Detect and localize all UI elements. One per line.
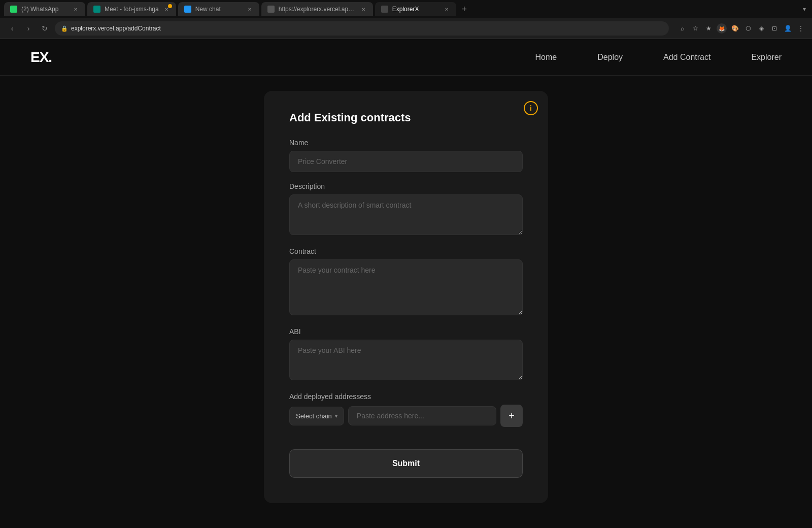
browser-chrome: (2) WhatsApp ✕ Meet - fob-jxms-hga ✕ New… (0, 0, 812, 39)
address-url: explorerx.vercel.app/addContract (71, 25, 663, 32)
extension-icon-1[interactable]: 🦊 (717, 23, 727, 34)
contract-group: Contract (289, 247, 523, 317)
forward-button[interactable]: › (22, 22, 35, 35)
tab-favicon-newchat (184, 6, 191, 13)
tab-favicon-whatsapp (10, 6, 17, 13)
reload-button[interactable]: ↻ (39, 22, 51, 35)
extension-icon-5[interactable]: ⊡ (769, 23, 780, 34)
abi-label: ABI (289, 327, 523, 336)
tab-explorerx-url[interactable]: https://explorerx.vercel.app/ad... ✕ (261, 2, 373, 16)
tab-title-newchat: New chat (195, 6, 242, 13)
extension-icon-3[interactable]: ⬡ (743, 23, 753, 34)
info-icon[interactable]: i (524, 101, 538, 115)
bookmark-icon[interactable]: ☆ (690, 23, 700, 34)
form-title: Add Existing contracts (289, 111, 523, 124)
address-group: Add deployed addressess Select chain ▾ + (289, 392, 523, 427)
tab-meet[interactable]: Meet - fob-jxms-hga ✕ (87, 2, 176, 16)
profile-icon[interactable]: 👤 (783, 23, 793, 34)
address-row: Select chain ▾ + (289, 405, 523, 427)
abi-group: ABI (289, 327, 523, 382)
form-card: i Add Existing contracts Name Descriptio… (264, 91, 548, 503)
tab-newchat[interactable]: New chat ✕ (178, 2, 259, 16)
tab-list-chevron[interactable]: ▾ (801, 4, 808, 15)
name-label: Name (289, 139, 523, 147)
new-tab-button[interactable]: + (458, 3, 470, 15)
contract-input[interactable] (289, 259, 523, 315)
navbar: EX. Home Deploy Add Contract Explorer (0, 39, 812, 76)
contract-label: Contract (289, 247, 523, 255)
tab-whatsapp[interactable]: (2) WhatsApp ✕ (4, 2, 85, 16)
tab-close-newchat[interactable]: ✕ (246, 6, 253, 13)
add-address-button[interactable]: + (500, 405, 523, 427)
back-button[interactable]: ‹ (6, 22, 18, 35)
description-input[interactable] (289, 194, 523, 235)
name-group: Name (289, 139, 523, 172)
description-label: Description (289, 182, 523, 190)
logo: EX. (30, 49, 52, 65)
tab-explorerx[interactable]: ExplorerX ✕ (375, 2, 456, 16)
submit-button[interactable]: Submit (289, 449, 523, 478)
toolbar-icons: ⌕ ☆ ★ 🦊 🎨 ⬡ ◈ ⊡ 👤 ⋮ (677, 23, 806, 34)
tab-close-explorerx-url[interactable]: ✕ (360, 6, 367, 13)
abi-input[interactable] (289, 340, 523, 380)
address-input[interactable] (348, 406, 496, 425)
nav-add-contract[interactable]: Add Contract (663, 53, 710, 62)
tab-title-explorerx-url: https://explorerx.vercel.app/ad... (279, 6, 356, 13)
nav-home[interactable]: Home (535, 53, 557, 62)
extension-icon-2[interactable]: 🎨 (730, 23, 740, 34)
address-label: Add deployed addressess (289, 392, 523, 401)
tab-close-whatsapp[interactable]: ✕ (72, 6, 79, 13)
search-icon[interactable]: ⌕ (677, 23, 687, 34)
chevron-down-icon: ▾ (335, 413, 337, 419)
tab-close-explorerx[interactable]: ✕ (443, 6, 450, 13)
extension-icon-4[interactable]: ◈ (756, 23, 766, 34)
page-content: EX. Home Deploy Add Contract Explorer i … (0, 39, 812, 528)
nav-explorer[interactable]: Explorer (751, 53, 782, 62)
menu-icon[interactable]: ⋮ (796, 23, 806, 34)
tab-favicon-meet (93, 6, 100, 13)
tab-notification-dot (168, 4, 172, 8)
star-icon[interactable]: ★ (703, 23, 714, 34)
tab-favicon-explorerx-url (267, 6, 275, 13)
name-input[interactable] (289, 151, 523, 172)
description-group: Description (289, 182, 523, 237)
tab-favicon-explorerx (381, 6, 388, 13)
tab-bar: (2) WhatsApp ✕ Meet - fob-jxms-hga ✕ New… (0, 0, 812, 18)
tab-title-meet: Meet - fob-jxms-hga (105, 6, 159, 13)
tab-title-whatsapp: (2) WhatsApp (21, 6, 68, 13)
lock-icon: 🔒 (61, 25, 68, 32)
main-container: i Add Existing contracts Name Descriptio… (0, 76, 812, 528)
nav-links: Home Deploy Add Contract Explorer (535, 53, 782, 62)
chain-select[interactable]: Select chain ▾ (289, 407, 344, 425)
address-bar[interactable]: 🔒 explorerx.vercel.app/addContract (55, 21, 669, 36)
nav-deploy[interactable]: Deploy (597, 53, 623, 62)
tab-title-explorerx: ExplorerX (392, 6, 439, 13)
chain-select-label: Select chain (296, 412, 332, 420)
address-bar-row: ‹ › ↻ 🔒 explorerx.vercel.app/addContract… (0, 18, 812, 39)
